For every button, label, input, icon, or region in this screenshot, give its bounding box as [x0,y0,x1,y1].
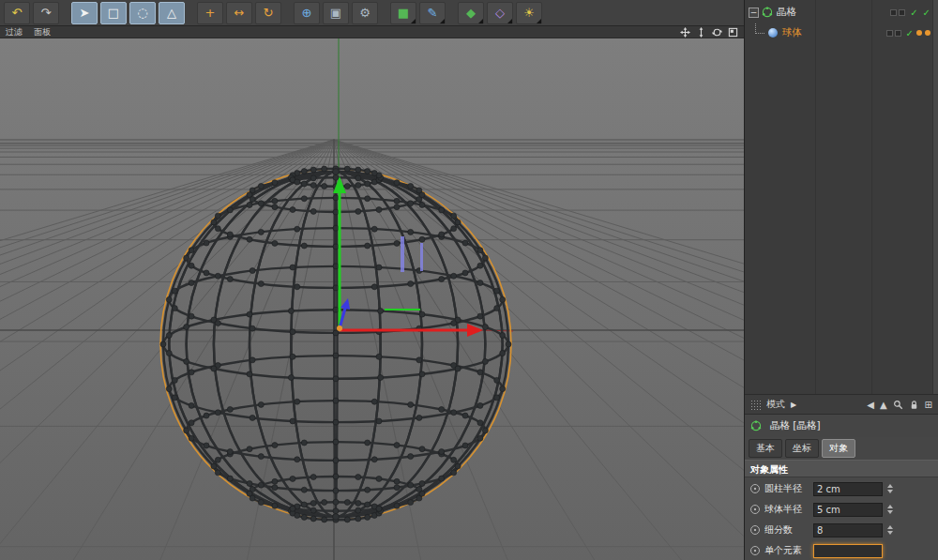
search-icon[interactable] [893,400,903,410]
poly-selection-icon: △ [167,6,176,20]
tag-dot-icon[interactable] [916,30,922,36]
add-generator-icon: ◆ [466,6,476,20]
subdivisions-field[interactable]: 8 [813,523,883,537]
main-toolbar: ↶↷➤□◌△+↔↻⊕▣⚙■✎◆◇☀ [0,0,744,26]
viewport-canvas[interactable] [0,38,744,560]
options-icon[interactable]: ⊞ [925,400,932,410]
column-divider [815,0,816,394]
visibility-toggle-icon[interactable] [886,30,893,37]
poly-selection-icon[interactable]: △ [159,2,185,24]
render-view-icon: ▣ [330,6,341,20]
move-tool-icon: + [205,6,216,20]
rotate-icon[interactable] [712,27,722,38]
single-element-field[interactable] [813,544,883,558]
undo-icon: ↶ [12,6,23,20]
enabled-check-icon[interactable]: ✓ [910,8,917,18]
lasso-selection-icon[interactable]: ◌ [129,2,156,24]
object-manager-scrollbar[interactable] [932,0,938,394]
add-spline-icon: ✎ [428,6,438,20]
rect-selection-icon[interactable]: □ [100,2,127,24]
object-title-text: 晶格 [晶格] [770,419,821,432]
object-label-lattice[interactable]: 晶格 [777,6,796,19]
dropdown-corner-icon [507,19,512,23]
attr-row-single-element: 单个元素 [745,540,938,560]
tab-basic[interactable]: 基本 [749,439,782,458]
viewport-menubar: 过滤 面板 [0,26,744,38]
pan-icon[interactable] [680,27,690,38]
add-spline-icon[interactable]: ✎ [419,2,446,24]
visibility-toggle-icon[interactable] [890,9,897,16]
scale-tool-icon: ↔ [234,6,245,20]
attr-label: 球体半径 [764,503,809,516]
mode-arrow-icon[interactable]: ▶ [791,401,796,409]
dropdown-corner-icon [411,19,416,23]
lasso-selection-icon: ◌ [137,6,147,20]
history-back-icon[interactable]: ◀ [867,400,874,410]
toolbar-separator [284,2,291,23]
mode-menu[interactable]: 模式 [766,398,785,411]
viewport-menu-filter[interactable]: 过滤 [6,26,23,38]
scale-tool-icon[interactable]: ↔ [226,2,252,24]
c4d-window: ↶↷➤□◌△+↔↻⊕▣⚙■✎◆◇☀ 过滤 面板 [0,0,938,560]
panel-grip-icon[interactable] [750,400,761,410]
lock-icon[interactable] [909,400,919,410]
keyframe-circle-icon[interactable] [750,505,760,514]
coordinate-system-icon: ⊕ [302,6,312,20]
keyframe-circle-icon[interactable] [750,484,760,493]
attr-label: 单个元素 [764,544,809,557]
add-environment-icon[interactable]: ☀ [516,2,542,24]
attribute-mode-bar: 模式 ▶ ◀ ▲ ⊞ [745,394,938,415]
viewport-menu-panel[interactable]: 面板 [34,26,51,38]
add-generator-icon[interactable]: ◆ [458,2,484,24]
tab-object[interactable]: 对象 [822,439,855,458]
keyframe-circle-icon[interactable] [750,525,760,535]
attr-row-subdivisions: 细分数 8 [745,520,938,540]
render-settings-icon[interactable]: ⚙ [352,2,378,24]
live-selection-icon[interactable]: ➤ [71,2,98,24]
toolbar-separator [448,2,455,23]
object-row-sphere[interactable]: 球体 ✓ [745,23,938,43]
object-label-sphere[interactable]: 球体 [782,26,802,39]
enabled-check-icon[interactable]: ✓ [923,8,930,18]
redo-icon: ↷ [41,6,52,20]
tag-dot-icon[interactable] [925,30,930,36]
enabled-check-icon[interactable]: ✓ [906,28,914,38]
add-deformer-icon[interactable]: ◇ [487,2,513,24]
object-properties-header[interactable]: 对象属性 [745,460,938,477]
stepper-icon[interactable] [885,525,895,535]
attribute-rows: 圆柱半径 2 cm 球体半径 5 cm 细分数 [745,477,938,560]
sphere-object-icon [767,27,779,38]
keyframe-circle-icon[interactable] [750,546,760,555]
dropdown-corner-icon [537,19,541,23]
move-tool-icon[interactable]: + [197,2,223,24]
expand-collapse-icon[interactable]: − [749,8,759,18]
undo-icon[interactable]: ↶ [4,2,30,24]
rect-selection-icon: □ [108,6,119,20]
pointer-icon[interactable]: ▲ [880,400,887,410]
rotate-tool-icon[interactable]: ↻ [255,2,281,24]
sphere-radius-field[interactable]: 5 cm [813,503,883,517]
object-manager-panel: − 晶格 ✓ ✓ [745,0,938,394]
stepper-icon[interactable] [885,484,895,493]
add-environment-icon: ☀ [523,6,535,20]
cylinder-radius-field[interactable]: 2 cm [813,482,883,496]
viewport-nav-icons [680,27,738,38]
lattice-object-icon [750,420,762,431]
dolly-icon[interactable] [696,27,706,38]
tree-elbow [755,23,764,34]
redo-icon[interactable]: ↷ [33,2,59,24]
attribute-manager-panel: 模式 ▶ ◀ ▲ ⊞ [745,394,938,560]
visibility-toggle-icon[interactable] [899,9,905,16]
object-row-lattice[interactable]: − 晶格 ✓ ✓ [745,2,938,23]
visibility-toggle-icon[interactable] [895,30,901,37]
stepper-icon[interactable] [885,505,895,514]
coordinate-system-icon[interactable]: ⊕ [294,2,320,24]
maximize-icon[interactable] [728,27,738,38]
tab-coordinates[interactable]: 坐标 [785,439,819,458]
column-divider [871,0,872,394]
attr-row-cylinder-radius: 圆柱半径 2 cm [745,478,938,499]
add-cube-icon[interactable]: ■ [390,2,416,24]
add-deformer-icon: ◇ [495,6,505,20]
render-view-icon[interactable]: ▣ [323,2,349,24]
dropdown-corner-icon [478,19,483,23]
